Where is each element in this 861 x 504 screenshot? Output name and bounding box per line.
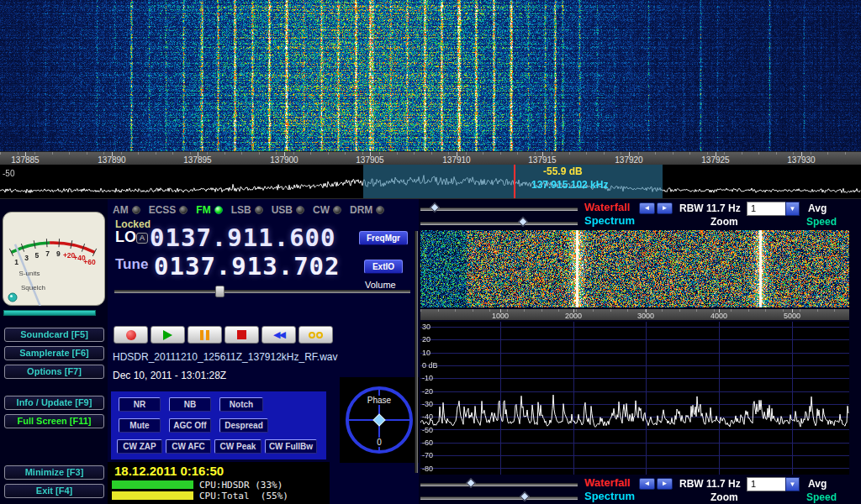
hz-tick-label: 1000 [483,312,517,320]
lo-frequency-display[interactable]: 0137.911.600 [150,223,336,252]
rewind-button[interactable]: ◀◀ [261,326,296,344]
zoom-slider-top[interactable] [420,222,578,225]
notch-button[interactable]: Notch [219,397,263,412]
date-time-display: 18.12.2011 0:16:50 [114,464,224,478]
spectrum-label-bottom[interactable]: Spectrum [584,490,635,502]
combo-dropdown-icon[interactable]: ▼ [785,202,800,216]
mode-cw[interactable]: CW [313,204,341,216]
samplerate-button[interactable]: Samplerate [F6] [4,346,104,360]
agc-button[interactable]: AGC Off [169,418,211,433]
lo-label: LO [115,228,136,246]
avg-combo-value: 1 [747,477,785,491]
nr-button[interactable]: NR [119,397,161,412]
mode-ecss-led-icon [179,206,188,214]
options-button[interactable]: Options [F7] [4,365,104,379]
loop-button[interactable] [298,326,333,344]
s-meter-tick-label: 9 [56,249,61,258]
s-meter-tick-label: 3 [24,254,29,262]
record-icon [126,330,136,340]
waterfall-contrast-slider-top[interactable] [420,207,578,211]
exit-button[interactable]: Exit [F4] [4,484,104,498]
lo-lock-badge[interactable]: A [136,233,148,244]
loop-icon [309,332,323,339]
waterfall-label-top[interactable]: Waterfall [584,201,630,213]
mode-fm-led-icon [214,206,223,214]
pause-button[interactable] [188,326,222,344]
zoom-band-highlight[interactable] [363,165,663,198]
freqmgr-button[interactable]: FreqMgr [359,231,408,245]
zoom-slider-bottom[interactable] [420,496,578,500]
frequency-scale[interactable]: 137885 137890 137895 137900 137905 13791… [0,151,861,165]
cursor-db-readout: -55.9 dB [543,165,583,177]
avg-combo-top[interactable]: 1 ▼ [747,202,800,216]
s-meter-tick-label: +60 [83,258,96,266]
af-frequency-scale[interactable]: 1000 2000 3000 4000 5000 [420,309,849,320]
main-spectrum-display[interactable]: -50 -55.9 dB 137.915.102 kHz [0,165,861,198]
volume-slider[interactable] [114,290,410,293]
main-waterfall-display[interactable] [0,0,861,151]
right-arrow-button[interactable]: ► [657,478,673,490]
freq-tick-label: 137930 [776,155,827,165]
play-button[interactable] [151,326,185,344]
extio-button[interactable]: ExtIO [364,260,403,274]
minimize-button[interactable]: Minimize [F3] [4,465,104,480]
mode-drm-led-icon [376,206,384,214]
mode-am-label: AM [113,204,129,216]
mode-ecss[interactable]: ECSS [149,204,188,216]
mute-button[interactable]: Mute [119,418,161,433]
playback-controls: ◀◀ [114,326,333,344]
waterfall-contrast-slider-bottom[interactable] [420,483,578,486]
hz-tick-label: 2000 [557,312,590,320]
waterfall-label-bottom[interactable]: Waterfall [584,476,630,489]
speed-label-bottom: Speed [806,491,837,503]
mode-fm[interactable]: FM [196,204,222,216]
info-update-button[interactable]: Info / Update [F9] [4,396,104,410]
wav-file-name: HDSDR_20111210_125611Z_137912kHz_RF.wav [113,351,338,363]
freq-tick-label: 137915 [517,155,568,165]
nb-button[interactable]: NB [169,397,211,412]
db-tick-label: 10 [422,349,447,357]
cw-fullbw-button[interactable]: CW FullBw [265,439,317,454]
avg-combo-bottom[interactable]: 1 ▼ [747,477,800,491]
tune-frequency-display[interactable]: 0137.913.702 [154,252,341,281]
mode-lsb[interactable]: LSB [231,204,263,216]
db-tick-label: -30 [422,400,447,408]
mode-drm[interactable]: DRM [350,204,384,216]
right-arrow-button[interactable]: ► [657,202,673,214]
squelch-label: Squelch [21,284,45,291]
af-waterfall-display[interactable] [420,230,849,307]
freq-tick-label: 137900 [259,155,309,165]
mode-am[interactable]: AM [113,204,140,216]
volume-slider-thumb[interactable] [215,286,224,297]
mode-usb[interactable]: USB [272,204,304,216]
panel-divider[interactable] [415,231,418,473]
frequency-scale-minor-ticks [0,152,861,155]
volume-label: Volume [365,280,396,290]
signal-level-bar[interactable] [3,310,96,316]
db-tick-label: -10 [422,374,447,382]
cpu-total-text: CPU:Total (55%) [199,491,288,501]
af-spectrum-display[interactable]: 30 20 10 0 dB -10 -20 -30 -40 -50 -60 -7… [420,322,849,475]
spectrum-label-top[interactable]: Spectrum [584,214,635,227]
soundcard-button[interactable]: Soundcard [F5] [4,328,104,342]
cw-peak-button[interactable]: CW Peak [214,439,261,454]
fullscreen-button[interactable]: Full Screen [F11] [4,414,104,428]
mode-usb-led-icon [296,206,304,214]
freq-tick-label: 137885 [0,155,50,165]
rbw-label-top: RBW 11.7 Hz [679,202,741,214]
left-arrow-button[interactable]: ◄ [639,478,655,490]
phase-scope[interactable]: Phase 0 [340,377,419,463]
rbw-label-bottom: RBW 11.7 Hz [679,478,741,490]
despread-button[interactable]: Despread [219,418,268,433]
stop-button[interactable] [224,326,259,344]
record-button[interactable] [114,326,148,344]
pause-icon [200,330,209,340]
phase-label: Phase [365,396,394,405]
cw-zap-button[interactable]: CW ZAP [117,439,162,454]
combo-dropdown-icon[interactable]: ▼ [785,477,800,491]
rewind-icon: ◀◀ [273,329,284,340]
cw-afc-button[interactable]: CW AFC [166,439,211,454]
left-arrow-button[interactable]: ◄ [639,202,655,214]
squelch-knob[interactable] [8,293,17,302]
freq-tick-label: 137910 [431,155,482,165]
